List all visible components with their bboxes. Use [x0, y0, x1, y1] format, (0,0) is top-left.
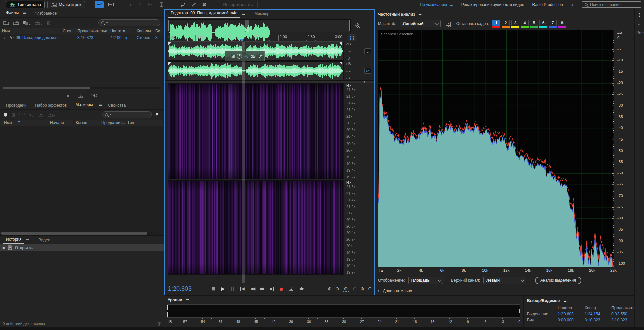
selection-start-value[interactable]: 1:20.603: [558, 312, 585, 316]
display-select[interactable]: Площадь: [408, 277, 443, 284]
col-marker-start[interactable]: Начало: [48, 120, 74, 125]
slip-tool[interactable]: [136, 1, 144, 8]
invert-button[interactable]: Инвертировать: [218, 1, 258, 8]
tab-properties[interactable]: Свойства: [105, 102, 128, 109]
waveform-mode-button[interactable]: Тип сигнала: [6, 1, 45, 8]
clear-history-icon[interactable]: [157, 322, 161, 326]
hud-grip[interactable]: [227, 53, 229, 59]
disclosure-arrow-icon[interactable]: ›: [378, 289, 380, 293]
zoom-full-icon[interactable]: ⊕: [360, 286, 364, 291]
preview-loop-icon[interactable]: [77, 94, 83, 98]
playhead-marker[interactable]: [240, 39, 244, 42]
col-state[interactable]: Сост...: [61, 29, 75, 33]
waveform-view-toggle[interactable]: [95, 1, 104, 8]
multitrack-mode-button[interactable]: Мультитрек: [47, 1, 85, 8]
waveform-right-channel[interactable]: [168, 61, 343, 80]
tab-mixer[interactable]: Микшер: [252, 10, 272, 18]
tab-files[interactable]: Файлы: [3, 9, 21, 17]
expand-arrow-icon[interactable]: ›: [2, 35, 7, 40]
lasso-selection-tool[interactable]: [179, 1, 187, 8]
paintbrush-tool[interactable]: [190, 1, 198, 8]
help-search-input[interactable]: Поиск в справке: [582, 1, 641, 8]
col-bitrate[interactable]: Би: [153, 29, 164, 33]
razor-tool[interactable]: [147, 1, 155, 8]
go-to-end-button[interactable]: ▶: [269, 286, 274, 291]
zoom-in-time-icon[interactable]: ⊕: [328, 286, 332, 291]
freeze-frame-button-1[interactable]: 1: [492, 20, 500, 28]
fade-in-handle[interactable]: [168, 62, 171, 65]
time-selection-tool[interactable]: [157, 1, 165, 8]
freeze-frame-button-3[interactable]: 3: [511, 20, 519, 28]
markers-search-input[interactable]: [102, 111, 152, 118]
tab-editor[interactable]: Редактор: 09. Папа, иди домой.m4a: [168, 9, 240, 18]
tab-favorites[interactable]: "Избранное": [32, 10, 61, 17]
play-button[interactable]: ▶: [221, 286, 225, 291]
preview-play-icon[interactable]: ▶: [67, 93, 70, 98]
loop-playback-button[interactable]: [289, 287, 294, 291]
history-item-open[interactable]: ▶ Открыть: [0, 244, 164, 251]
zoom-out-time-icon[interactable]: ⊖: [335, 286, 339, 291]
preview-autoplay-icon[interactable]: [91, 93, 97, 98]
zoom-out-selection-icon[interactable]: ⊖: [353, 286, 357, 291]
fade-out-handle[interactable]: [339, 62, 342, 65]
wave-spectral-splitter[interactable]: ▾: [165, 80, 374, 83]
insert-marker-playlist-icon[interactable]: [29, 113, 34, 117]
freeze-frame-button-2[interactable]: 2: [502, 20, 510, 28]
scale-select[interactable]: Линейный: [400, 20, 441, 28]
strip-presets-label[interactable]: Prese: [635, 28, 644, 37]
toolbar-grip[interactable]: [0, 0, 3, 9]
markers-horizontal-scrollbar[interactable]: [1, 232, 153, 235]
col-marker-end[interactable]: Конец: [74, 120, 99, 125]
tab-markers[interactable]: Маркеры: [73, 101, 95, 109]
strip-kebab-icon[interactable]: [635, 11, 644, 19]
freeze-frame-button-7[interactable]: 7: [549, 20, 557, 28]
fade-out-handle[interactable]: [339, 42, 342, 45]
files-search-input[interactable]: [98, 19, 160, 26]
zoom-in-selection-icon[interactable]: ⊕: [343, 286, 349, 292]
level-meter[interactable]: [167, 304, 520, 318]
zoom-navigator-icon[interactable]: [354, 23, 361, 29]
freeze-frame-button-5[interactable]: 5: [530, 20, 538, 28]
tab-effects-rack[interactable]: Набор эффектов: [32, 102, 69, 109]
playhead-line[interactable]: [242, 42, 242, 283]
spectral-left-channel[interactable]: [168, 83, 343, 179]
file-row[interactable]: › 09. Папа, иди домой.m4a 3:10.323 44100…: [0, 34, 164, 41]
add-marker-icon[interactable]: [3, 112, 7, 117]
open-file-icon[interactable]: [3, 21, 9, 25]
pause-button[interactable]: [230, 287, 235, 291]
solo-monitor-headphones-icon[interactable]: [348, 34, 356, 41]
hud-gain-value[interactable]: +0: [244, 54, 249, 59]
skip-selection-button[interactable]: ◀▶: [299, 287, 304, 290]
col-samplerate[interactable]: Частота: [108, 29, 135, 33]
analyze-selection-button[interactable]: Анализ выделения: [535, 277, 581, 284]
marker-list-settings-icon[interactable]: [156, 113, 160, 117]
editor-panel-menu-icon[interactable]: ≡: [241, 11, 245, 18]
right-channel-button[interactable]: R: [364, 68, 371, 74]
levels-panel-menu-icon[interactable]: ≡: [186, 298, 189, 302]
hud-pin-icon[interactable]: [259, 54, 262, 58]
fade-in-handle[interactable]: [168, 42, 171, 45]
frequency-plot[interactable]: Scanned Selection: [378, 30, 614, 267]
fast-forward-button[interactable]: ▶▶: [260, 286, 264, 291]
overview-selection[interactable]: [245, 20, 249, 32]
marquee-selection-tool[interactable]: [168, 1, 176, 8]
spot-healing-tool[interactable]: [200, 1, 208, 8]
freeze-frame-button-8[interactable]: 8: [558, 20, 566, 28]
editor-list-icon[interactable]: [365, 23, 370, 29]
markers-panel-menu-icon[interactable]: ≡: [99, 103, 102, 109]
copy-graph-icon[interactable]: [446, 22, 451, 26]
frequency-panel-menu-icon[interactable]: ≡: [418, 11, 422, 18]
col-duration[interactable]: Продолжительн...: [75, 29, 108, 33]
history-panel-menu-icon[interactable]: ≡: [26, 238, 29, 244]
workspace-default[interactable]: По умолчанию ≡: [420, 2, 453, 7]
freeze-frame-button-6[interactable]: 6: [539, 20, 547, 28]
col-marker-name[interactable]: Имя ↑: [0, 120, 48, 125]
rewind-button[interactable]: ◀◀: [250, 286, 255, 291]
selection-panel-menu-icon[interactable]: ≡: [563, 298, 567, 303]
go-to-start-button[interactable]: ◀: [240, 286, 245, 291]
col-channels[interactable]: Каналы: [135, 29, 153, 33]
tab-history[interactable]: История: [3, 236, 24, 244]
tab-media-browser[interactable]: Проводник: [3, 102, 29, 109]
delete-file-icon[interactable]: [47, 21, 51, 25]
selection-end-value[interactable]: 1:24.154: [585, 312, 611, 316]
